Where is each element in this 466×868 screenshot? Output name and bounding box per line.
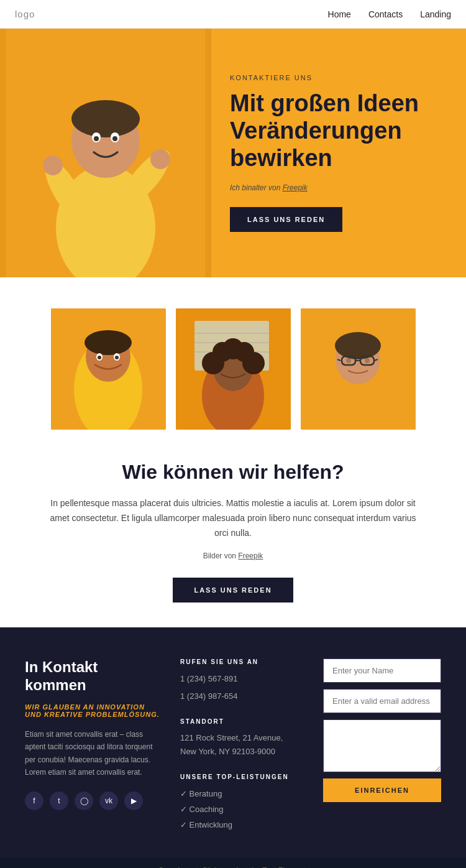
hero-title: Mit großen Ideen Veränderungen bewirken (230, 90, 441, 172)
footer-col-form: EINREICHEN (323, 658, 441, 833)
photo-card-3 (301, 308, 416, 430)
photo-card-2 (176, 308, 291, 430)
photo-card-1 (51, 308, 166, 430)
svg-point-3 (71, 100, 140, 137)
svg-point-42 (365, 358, 370, 363)
freepik-link-help[interactable]: Freepik (238, 552, 263, 560)
help-title: Wie können wir helfen? (50, 461, 416, 484)
youtube-icon[interactable]: ▶ (124, 792, 143, 810)
help-text: In pellentesque massa placerat duis ultr… (50, 496, 416, 540)
svg-point-7 (112, 136, 117, 141)
footer-grid: In Kontakt kommen WIR GLAUBEN AN INNOVAT… (25, 658, 441, 857)
footer-phone-title: RUFEN SIE UNS AN (180, 658, 304, 665)
help-section: Wie können wir helfen? In pellentesque m… (0, 430, 466, 627)
service-item-1: ✓ Beratung (180, 787, 304, 802)
service-item-3: ✓ Entwicklung (180, 818, 304, 833)
svg-point-11 (150, 149, 170, 169)
twitter-icon[interactable]: t (50, 792, 68, 810)
footer-description: Etiam sit amet convallis erat – class ap… (25, 728, 162, 779)
nav-contacts[interactable]: Contacts (368, 9, 403, 19)
footer-col-contact: RUFEN SIE UNS AN 1 (234) 567-891 1 (234)… (180, 658, 304, 833)
hero-subtitle: KONTAKTIERE UNS (230, 74, 441, 81)
footer-address: 121 Rock Street, 21 Avenue,New York, NY … (180, 731, 304, 759)
facebook-icon[interactable]: f (25, 792, 43, 810)
help-cta-button[interactable]: LASS UNS REDEN (173, 578, 293, 603)
freepik-link-hero[interactable]: Freepik (283, 183, 308, 192)
nav-landing[interactable]: Landing (420, 9, 451, 19)
svg-point-6 (94, 136, 99, 141)
footer-col-about: In Kontakt kommen WIR GLAUBEN AN INNOVAT… (25, 658, 162, 833)
footer-services-list: ✓ Beratung ✓ Coaching ✓ Entwicklung (180, 787, 304, 833)
instagram-icon[interactable]: ◯ (75, 792, 93, 810)
help-credit: Bilder von Freepik (50, 552, 416, 560)
footer: In Kontakt kommen WIR GLAUBEN AN INNOVAT… (0, 627, 466, 857)
hero-image (0, 29, 211, 277)
svg-point-41 (346, 358, 351, 363)
social-icons: f t ◯ vk ▶ (25, 792, 162, 810)
service-item-2: ✓ Coaching (180, 802, 304, 818)
footer-tagline: WIR GLAUBEN AN INNOVATION UND KREATIVE P… (25, 703, 162, 718)
logo: logo (15, 9, 35, 19)
hero-section: KONTAKTIERE UNS Mit großen Ideen Verände… (0, 29, 466, 277)
footer-bottom: Sample text. Click to select the Text El… (0, 857, 466, 868)
navigation: logo Home Contacts Landing (0, 0, 466, 29)
hero-content: KONTAKTIERE UNS Mit großen Ideen Verände… (211, 49, 466, 256)
svg-point-35 (335, 332, 381, 359)
footer-heading: In Kontakt kommen (25, 658, 162, 695)
submit-button[interactable]: EINREICHEN (323, 778, 441, 802)
message-textarea[interactable] (323, 719, 441, 772)
svg-point-19 (115, 356, 119, 359)
svg-point-31 (242, 352, 265, 374)
email-input[interactable] (323, 689, 441, 713)
footer-services-title: UNSERE TOP-LEISTUNGEN (180, 773, 304, 780)
photos-section (0, 277, 466, 430)
name-input[interactable] (323, 658, 441, 683)
footer-phone2: 1 (234) 987-654 (180, 689, 304, 703)
nav-home[interactable]: Home (328, 9, 351, 19)
svg-point-15 (85, 330, 132, 355)
nav-links: Home Contacts Landing (328, 9, 451, 19)
footer-phone1: 1 (234) 567-891 (180, 672, 304, 686)
svg-point-10 (43, 155, 63, 175)
vk-icon[interactable]: vk (99, 792, 118, 810)
footer-location-title: STANDORT (180, 718, 304, 725)
hero-credit: Ich binalter von Freepik (230, 183, 441, 192)
svg-point-18 (98, 356, 101, 359)
hero-cta-button[interactable]: LASS UNS REDEN (230, 207, 342, 232)
